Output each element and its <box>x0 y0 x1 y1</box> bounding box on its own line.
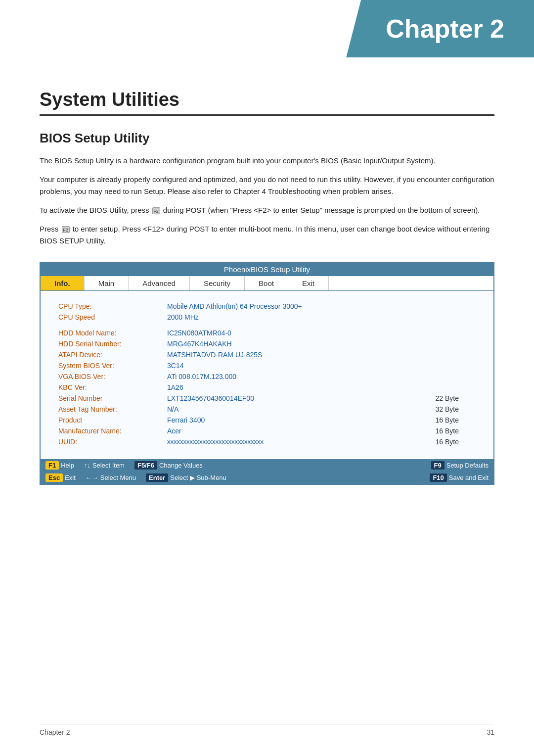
bios-title-bar: PhoenixBIOS Setup Utility <box>41 263 493 276</box>
table-row: System BIOS Ver: 3C14 <box>55 360 479 371</box>
f2-key-icon2: F2 <box>62 226 70 233</box>
title-divider <box>40 114 494 116</box>
table-row: UUID: xxxxxxxxxxxxxxxxxxxxxxxxxxxxxx 16 … <box>55 436 479 447</box>
bios-body: CPU Type: Mobile AMD Athlon(tm) 64 Proce… <box>41 291 493 459</box>
paragraph-2: Your computer is already properly config… <box>40 174 494 197</box>
bios-setup-defaults: F9 Setup Defaults <box>426 459 493 472</box>
esc-key: Esc <box>45 473 63 482</box>
bios-menu-exit[interactable]: Exit <box>288 276 329 290</box>
table-row: VGA BIOS Ver: ATi 008.017M.123.000 <box>55 371 479 382</box>
bios-change-values: F5/F6 Change Values <box>130 459 208 472</box>
bios-enter-submenu: Enter Select ▶ Sub-Menu <box>141 472 231 484</box>
bios-menu-boot[interactable]: Boot <box>245 276 288 290</box>
page-footer: Chapter 2 31 <box>40 724 494 736</box>
chapter-number: 2 <box>490 14 504 43</box>
paragraph-1: The BIOS Setup Utility is a hardware con… <box>40 155 494 167</box>
bios-info-table: CPU Type: Mobile AMD Athlon(tm) 64 Proce… <box>55 301 479 447</box>
table-row: ATAPI Device: MATSHITADVD-RAM UJ-825S <box>55 349 479 360</box>
footer-right: 31 <box>487 728 494 736</box>
bios-menu-main[interactable]: Main <box>85 276 129 290</box>
enter-key: Enter <box>146 473 168 482</box>
bios-help: F1 Help <box>41 459 79 472</box>
chapter-banner: Chapter 2 <box>346 0 534 57</box>
bios-exit: Esc Exit <box>41 472 81 484</box>
f9-key: F9 <box>431 461 445 470</box>
section-title: BIOS Setup Utility <box>40 131 494 146</box>
f5f6-key: F5/F6 <box>134 461 157 470</box>
bios-screenshot-box: PhoenixBIOS Setup Utility Info. Main Adv… <box>40 262 494 485</box>
bios-save-exit: F10 Save and Exit <box>425 472 493 484</box>
bios-title: PhoenixBIOS Setup Utility <box>224 265 310 274</box>
bios-status-row1: F1 Help ↑↓ Select Item F5/F6 Change Valu… <box>41 459 493 472</box>
table-row: Asset Tag Number: N/A 32 Byte <box>55 404 479 415</box>
paragraph-4: Press F2 to enter setup. Press <F12> dur… <box>40 223 494 247</box>
table-row: Manufacturer Name: Acer 16 Byte <box>55 425 479 436</box>
table-row: HDD Serial Number: MRG467K4HAKAKH <box>55 338 479 349</box>
f2-key-icon: F2 <box>152 207 160 214</box>
f10-key: F10 <box>430 473 446 482</box>
chapter-label: Chapter <box>386 14 483 43</box>
table-row: CPU Type: Mobile AMD Athlon(tm) 64 Proce… <box>55 301 479 312</box>
bios-select-item: ↑↓ Select Item <box>79 459 130 472</box>
table-row: CPU Speed 2000 MHz <box>55 312 479 323</box>
bios-menu-bar: Info. Main Advanced Security Boot Exit <box>41 276 493 291</box>
table-row: Serial Number LXT123456704360014EF00 22 … <box>55 393 479 404</box>
bios-menu-info[interactable]: Info. <box>41 276 85 290</box>
f1-key: F1 <box>45 461 59 470</box>
table-row: HDD Model Name: IC25N080ATMR04-0 <box>55 328 479 338</box>
bios-menu-advanced[interactable]: Advanced <box>129 276 190 290</box>
table-row: Product Ferrari 3400 16 Byte <box>55 415 479 425</box>
paragraph-3: To activate the BIOS Utility, press F2 d… <box>40 204 494 216</box>
table-row: KBC Ver: 1A26 <box>55 382 479 393</box>
footer-left: Chapter 2 <box>40 728 70 736</box>
main-title: System Utilities <box>40 89 494 110</box>
bios-status-row2: Esc Exit ←→ Select Menu Enter Select ▶ S… <box>41 472 493 484</box>
bios-select-menu: ←→ Select Menu <box>81 472 141 484</box>
bios-menu-security[interactable]: Security <box>190 276 245 290</box>
bios-status-bar: F1 Help ↑↓ Select Item F5/F6 Change Valu… <box>41 459 493 484</box>
